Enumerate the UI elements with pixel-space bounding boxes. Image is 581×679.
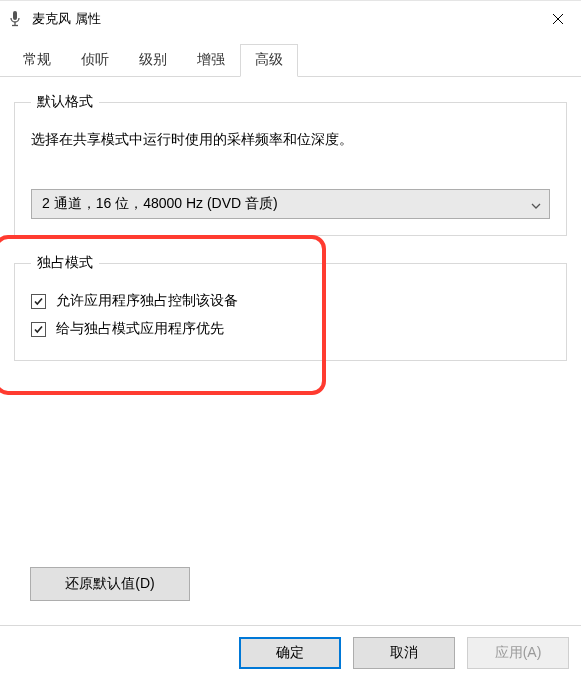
format-select-value: 2 通道，16 位，48000 Hz (DVD 音质) bbox=[42, 195, 278, 213]
titlebar: 麦克风 属性 bbox=[0, 1, 581, 37]
restore-defaults-button[interactable]: 还原默认值(D) bbox=[30, 567, 190, 601]
svg-rect-0 bbox=[13, 11, 17, 20]
apply-button[interactable]: 应用(A) bbox=[467, 637, 569, 669]
group-default-format: 默认格式 选择在共享模式中运行时使用的采样频率和位深度。 2 通道，16 位，4… bbox=[14, 93, 567, 236]
apply-button-label: 应用(A) bbox=[495, 644, 542, 662]
tab-enhancements[interactable]: 增强 bbox=[182, 44, 240, 77]
tab-listen[interactable]: 侦听 bbox=[66, 44, 124, 77]
cancel-button-label: 取消 bbox=[390, 644, 418, 662]
default-format-description: 选择在共享模式中运行时使用的采样频率和位深度。 bbox=[31, 131, 550, 149]
close-button[interactable] bbox=[535, 1, 581, 37]
tab-body-advanced: 默认格式 选择在共享模式中运行时使用的采样频率和位深度。 2 通道，16 位，4… bbox=[0, 77, 581, 625]
checkbox-box bbox=[31, 322, 46, 337]
tab-advanced[interactable]: 高级 bbox=[240, 44, 298, 77]
group-exclusive-mode-legend: 独占模式 bbox=[31, 254, 99, 272]
restore-defaults-label: 还原默认值(D) bbox=[65, 575, 154, 593]
tab-levels[interactable]: 级别 bbox=[124, 44, 182, 77]
checkbox-exclusive-priority-label: 给与独占模式应用程序优先 bbox=[56, 320, 224, 338]
dialog-button-row: 确定 取消 应用(A) bbox=[0, 625, 581, 679]
window-title: 麦克风 属性 bbox=[32, 10, 101, 28]
group-exclusive-mode: 独占模式 允许应用程序独占控制该设备 给与独占模式应用程序优先 bbox=[14, 254, 567, 361]
cancel-button[interactable]: 取消 bbox=[353, 637, 455, 669]
microphone-icon bbox=[8, 11, 24, 27]
ok-button-label: 确定 bbox=[276, 644, 304, 662]
checkbox-allow-exclusive-label: 允许应用程序独占控制该设备 bbox=[56, 292, 238, 310]
tab-general[interactable]: 常规 bbox=[8, 44, 66, 77]
checkbox-box bbox=[31, 294, 46, 309]
tabstrip: 常规 侦听 级别 增强 高级 bbox=[0, 37, 581, 77]
chevron-down-icon bbox=[531, 196, 541, 212]
group-default-format-legend: 默认格式 bbox=[31, 93, 99, 111]
checkbox-exclusive-priority[interactable]: 给与独占模式应用程序优先 bbox=[31, 320, 550, 338]
format-select[interactable]: 2 通道，16 位，48000 Hz (DVD 音质) bbox=[31, 189, 550, 219]
checkbox-allow-exclusive[interactable]: 允许应用程序独占控制该设备 bbox=[31, 292, 550, 310]
properties-dialog: 麦克风 属性 常规 侦听 级别 增强 高级 默认格式 选择在共享模式中运行时使用… bbox=[0, 0, 581, 679]
ok-button[interactable]: 确定 bbox=[239, 637, 341, 669]
